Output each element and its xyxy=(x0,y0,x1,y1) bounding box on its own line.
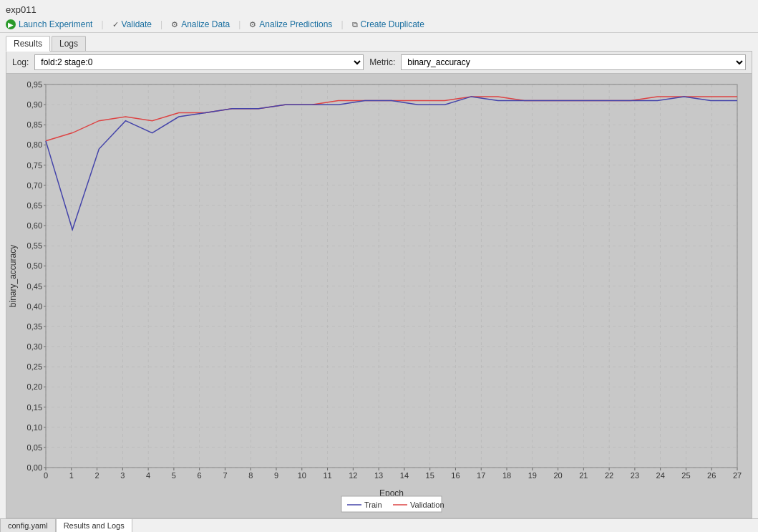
tabs-bar: Results Logs xyxy=(0,33,758,51)
metric-label: Metric: xyxy=(369,57,395,67)
launch-label: Launch Experiment xyxy=(19,19,92,29)
chart-canvas xyxy=(6,74,752,518)
analyze-predictions-button[interactable]: ⚙ Analize Predictions xyxy=(249,19,332,29)
validate-label: Validate xyxy=(122,19,152,29)
log-label: Log: xyxy=(12,57,29,67)
metric-select[interactable]: binary_accuracy xyxy=(401,54,746,70)
analyze-data-icon: ⚙ xyxy=(171,20,178,29)
analyze-data-button[interactable]: ⚙ Analize Data xyxy=(171,19,230,29)
log-select[interactable]: fold:2 stage:0 xyxy=(34,54,364,70)
create-duplicate-button[interactable]: ⧉ Create Duplicate xyxy=(352,19,424,29)
validate-button[interactable]: ✓ Validate xyxy=(112,19,152,29)
tab-results[interactable]: Results xyxy=(6,36,50,52)
bottom-tabs-bar: config.yaml Results and Logs xyxy=(0,518,758,532)
validate-icon: ✓ xyxy=(112,20,119,29)
create-duplicate-label: Create Duplicate xyxy=(361,19,424,29)
bottom-tab-results-logs[interactable]: Results and Logs xyxy=(56,519,132,532)
analyze-data-label: Analize Data xyxy=(181,19,230,29)
analyze-predictions-label: Analize Predictions xyxy=(259,19,332,29)
toolbar: ▶ Launch Experiment | ✓ Validate | ⚙ Ana… xyxy=(0,16,758,33)
duplicate-icon: ⧉ xyxy=(352,20,358,29)
launch-experiment-button[interactable]: ▶ Launch Experiment xyxy=(6,19,92,29)
bottom-tab-config[interactable]: config.yaml xyxy=(0,519,56,532)
chart-container xyxy=(6,74,752,518)
page-title: exp011 xyxy=(0,0,758,16)
tab-logs[interactable]: Logs xyxy=(52,36,86,51)
content-area: Log: fold:2 stage:0 Metric: binary_accur… xyxy=(6,51,752,518)
analyze-predictions-icon: ⚙ xyxy=(249,20,256,29)
log-bar: Log: fold:2 stage:0 Metric: binary_accur… xyxy=(6,52,752,74)
launch-icon: ▶ xyxy=(6,19,16,29)
